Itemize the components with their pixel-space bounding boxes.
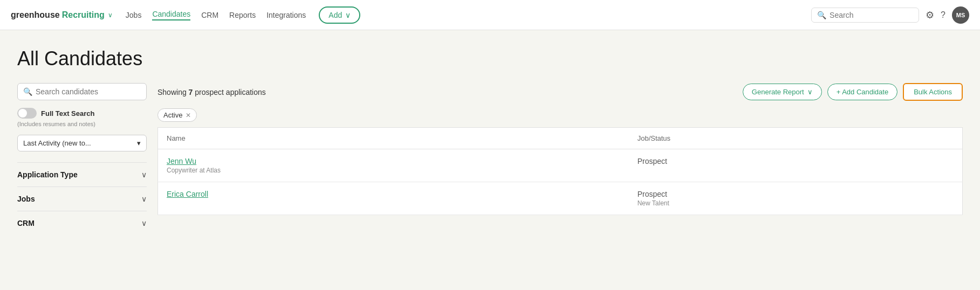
active-filter-tag-label: Active <box>163 111 182 119</box>
generate-report-button[interactable]: Generate Report ∨ <box>743 84 822 100</box>
filter-application-type-header[interactable]: Application Type ∨ <box>17 170 147 179</box>
search-candidates-input[interactable] <box>36 87 141 96</box>
bulk-actions-button[interactable]: Bulk Actions <box>903 83 963 101</box>
showing-text: Showing 7 prospect applications <box>157 88 266 96</box>
full-text-label: Full Text Search <box>41 109 94 118</box>
filter-crm-chevron-icon: ∨ <box>141 219 147 227</box>
add-chevron-icon: ∨ <box>345 11 351 19</box>
global-search-box: 🔍 <box>811 8 919 23</box>
candidate-name-link[interactable]: Erica Carroll <box>167 190 620 198</box>
settings-icon[interactable]: ⚙ <box>926 9 934 21</box>
candidate-name-cell: Jenn Wu Copywriter at Atlas <box>158 149 629 182</box>
showing-prefix: Showing <box>157 88 189 96</box>
candidate-status: Prospect <box>638 190 954 198</box>
toggle-knob <box>18 109 27 118</box>
candidate-status-cell: Prospect <box>629 149 963 182</box>
filter-application-type-label: Application Type <box>17 170 78 179</box>
sort-select[interactable]: Last Activity (new to... ▾ <box>17 135 147 151</box>
candidates-table: Name Job/Status Jenn Wu Copywriter at At… <box>157 127 963 215</box>
candidates-tbody: Jenn Wu Copywriter at Atlas Prospect Eri… <box>158 149 963 215</box>
nav-jobs[interactable]: Jobs <box>126 11 142 19</box>
full-text-search-row: Full Text Search <box>17 108 147 119</box>
sidebar: 🔍 Full Text Search (Includes resumes and… <box>17 83 157 235</box>
sort-label: Last Activity (new to... <box>23 139 91 147</box>
col-name-header: Name <box>158 128 629 149</box>
candidate-name-cell: Erica Carroll <box>158 182 629 215</box>
filter-crm-label: CRM <box>17 219 35 227</box>
active-filter-tag: Active ✕ <box>157 108 197 122</box>
showing-suffix: prospect applications <box>193 88 265 96</box>
col-job-status-header: Job/Status <box>629 128 963 149</box>
add-candidate-button[interactable]: + Add Candidate <box>827 84 898 100</box>
bulk-actions-label: Bulk Actions <box>914 88 952 96</box>
table-row: Jenn Wu Copywriter at Atlas Prospect <box>158 149 963 182</box>
global-search-input[interactable] <box>830 11 913 19</box>
candidate-status: Prospect <box>638 157 954 165</box>
add-button-label: Add <box>328 11 342 19</box>
content-area: 🔍 Full Text Search (Includes resumes and… <box>17 83 963 235</box>
nav-reports[interactable]: Reports <box>229 11 256 19</box>
full-text-toggle[interactable] <box>17 108 37 119</box>
filter-application-type-chevron-icon: ∨ <box>141 170 147 179</box>
candidate-status-cell: Prospect New Talent <box>629 182 963 215</box>
filter-crm: CRM ∨ <box>17 211 147 235</box>
search-candidates-icon: 🔍 <box>23 87 32 96</box>
filter-crm-header[interactable]: CRM ∨ <box>17 219 147 227</box>
toolbar-actions: Generate Report ∨ + Add Candidate Bulk A… <box>743 83 963 101</box>
page-title: All Candidates <box>17 47 963 70</box>
main-content: Showing 7 prospect applications Generate… <box>157 83 963 235</box>
candidate-sub-label: Copywriter at Atlas <box>167 167 620 174</box>
generate-report-label: Generate Report <box>752 88 804 96</box>
brand-logo: greenhouse Recruiting ∨ <box>11 10 113 20</box>
help-icon[interactable]: ? <box>941 10 945 20</box>
nav-candidates[interactable]: Candidates <box>152 10 190 20</box>
nav-crm[interactable]: CRM <box>201 11 218 19</box>
brand-recruiting-text: Recruiting <box>62 10 105 20</box>
main-toolbar: Showing 7 prospect applications Generate… <box>157 83 963 101</box>
table-header-row: Name Job/Status <box>158 128 963 149</box>
add-button[interactable]: Add ∨ <box>319 6 360 24</box>
candidate-status-sub: New Talent <box>638 199 954 207</box>
brand-chevron-icon[interactable]: ∨ <box>108 11 113 19</box>
filter-jobs-header[interactable]: Jobs ∨ <box>17 195 147 203</box>
sort-chevron-icon: ▾ <box>137 139 141 147</box>
nav-links: Jobs Candidates CRM Reports Integrations <box>126 10 306 20</box>
active-filter-tags: Active ✕ <box>157 108 963 122</box>
filter-jobs: Jobs ∨ <box>17 187 147 211</box>
filter-jobs-label: Jobs <box>17 195 35 203</box>
generate-report-chevron-icon: ∨ <box>807 88 813 96</box>
filter-application-type: Application Type ∨ <box>17 162 147 187</box>
candidate-name-link[interactable]: Jenn Wu <box>167 157 620 165</box>
full-text-sublabel: (Includes resumes and notes) <box>17 121 147 127</box>
page-content: All Candidates 🔍 Full Text Search (Inclu… <box>0 30 980 235</box>
avatar[interactable]: MS <box>952 6 969 24</box>
search-icon: 🔍 <box>817 11 826 19</box>
top-navigation: greenhouse Recruiting ∨ Jobs Candidates … <box>0 0 980 30</box>
nav-integrations[interactable]: Integrations <box>266 11 306 19</box>
active-filter-remove-icon[interactable]: ✕ <box>186 112 191 119</box>
table-row: Erica Carroll Prospect New Talent <box>158 182 963 215</box>
filter-jobs-chevron-icon: ∨ <box>141 195 147 203</box>
nav-right: 🔍 ⚙ ? MS <box>811 6 969 24</box>
add-candidate-label: + Add Candidate <box>837 88 889 96</box>
brand-greenhouse-text: greenhouse <box>11 10 60 20</box>
candidate-search-box: 🔍 <box>17 83 147 100</box>
